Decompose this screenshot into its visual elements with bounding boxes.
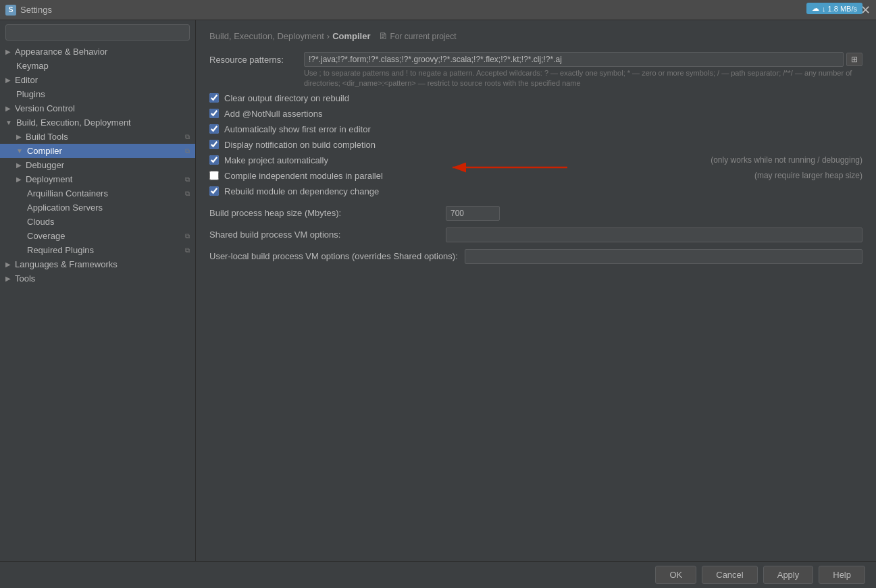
sidebar-item-required-plugins[interactable]: Required Plugins ⧉ <box>0 243 195 257</box>
checkbox-clear-output: Clear output directory on rebuild <box>209 93 862 103</box>
breadcrumb-path: Build, Execution, Deployment <box>209 31 324 41</box>
project-icon: 🖹 <box>379 31 388 41</box>
rebuild-dependency-checkbox[interactable] <box>209 186 219 196</box>
apply-button[interactable]: Apply <box>763 566 814 584</box>
sidebar-item-label: Build, Execution, Deployment <box>16 117 131 128</box>
sidebar-item-label: Arquillian Containers <box>27 188 108 198</box>
sidebar-item-editor[interactable]: ▶ Editor <box>0 73 195 87</box>
sidebar-item-languages-frameworks[interactable]: ▶ Languages & Frameworks <box>0 257 195 271</box>
resource-patterns-input[interactable] <box>304 52 844 67</box>
copy-icon: ⧉ <box>185 147 190 155</box>
display-notification-checkbox[interactable] <box>209 140 219 149</box>
chevron-down-icon: ▼ <box>5 119 12 126</box>
resource-hint: Use ; to separate patterns and ! to nega… <box>304 68 862 89</box>
sidebar-item-label: Compiler <box>27 146 62 156</box>
window-title: Settings <box>20 5 52 15</box>
sidebar-item-build-exec-deploy[interactable]: ▼ Build, Execution, Deployment <box>0 115 195 130</box>
checkbox-add-notnull: Add @NotNull assertions <box>209 109 862 119</box>
sidebar-item-label: Editor <box>15 75 38 85</box>
checkbox-compile-parallel: Compile independent modules in parallel … <box>209 171 862 181</box>
sidebar-item-label: Plugins <box>16 89 45 99</box>
sidebar-item-label: Debugger <box>26 160 64 170</box>
user-local-vm-input[interactable] <box>465 249 862 264</box>
shared-vm-input[interactable] <box>446 228 862 242</box>
user-local-vm-label: User-local build process VM options (ove… <box>209 251 458 261</box>
auto-show-error-label: Automatically show first error in editor <box>224 124 371 134</box>
copy-icon: ⧉ <box>185 176 190 184</box>
user-local-vm-row: User-local build process VM options (ove… <box>209 249 862 264</box>
resource-input-area: ⊞ Use ; to separate patterns and ! to ne… <box>304 52 862 89</box>
sidebar: ▶ Appearance & Behavior Keymap ▶ Editor … <box>0 20 196 561</box>
sidebar-item-app-servers[interactable]: Application Servers <box>0 201 195 215</box>
sidebar-item-label: Keymap <box>16 61 49 71</box>
add-notnull-label: Add @NotNull assertions <box>224 109 322 119</box>
heap-size-label: Build process heap size (Mbytes): <box>209 208 439 218</box>
chevron-right-icon: ▶ <box>16 161 22 169</box>
browse-button[interactable]: ⊞ <box>846 53 862 66</box>
chevron-right-icon: ▶ <box>5 48 11 55</box>
sidebar-item-label: Required Plugins <box>27 245 94 255</box>
sidebar-item-debugger[interactable]: ▶ Debugger <box>0 158 195 172</box>
app-icon: S <box>5 5 16 16</box>
chevron-right-icon: ▶ <box>5 105 11 112</box>
sidebar-item-label: Tools <box>15 273 35 284</box>
checkbox-auto-show-error: Automatically show first error in editor <box>209 124 862 134</box>
sidebar-item-tools[interactable]: ▶ Tools <box>0 271 195 286</box>
copy-icon: ⧉ <box>185 190 190 198</box>
sidebar-item-deployment[interactable]: ▶ Deployment ⧉ <box>0 172 195 186</box>
breadcrumb-separator: › <box>327 31 330 41</box>
copy-icon: ⧉ <box>185 232 190 240</box>
main-layout: ▶ Appearance & Behavior Keymap ▶ Editor … <box>0 20 876 561</box>
chevron-right-icon: ▶ <box>5 261 11 268</box>
chevron-right-icon: ▶ <box>16 176 22 183</box>
cancel-button[interactable]: Cancel <box>702 566 757 584</box>
sidebar-item-coverage[interactable]: Coverage ⧉ <box>0 229 195 243</box>
content-area: Build, Execution, Deployment › Compiler … <box>196 20 876 561</box>
sidebar-item-label: Languages & Frameworks <box>15 259 118 269</box>
resource-patterns-row: Resource patterns: ⊞ Use ; to separate p… <box>209 52 862 89</box>
make-auto-checkbox[interactable] <box>209 155 219 165</box>
for-project-label: For current project <box>390 32 457 41</box>
compile-parallel-checkbox[interactable] <box>209 171 219 180</box>
sidebar-item-clouds[interactable]: Clouds <box>0 215 195 229</box>
copy-icon: ⧉ <box>185 246 190 255</box>
make-auto-row-container: Make project automatically (only works w… <box>209 155 862 165</box>
sidebar-item-version-control[interactable]: ▶ Version Control <box>0 101 195 115</box>
sidebar-item-label: Application Servers <box>27 203 103 213</box>
shared-vm-row: Shared build process VM options: <box>209 228 862 242</box>
network-speed: ↓ 1.8 MB/s <box>822 5 857 13</box>
sidebar-item-arquillian[interactable]: Arquillian Containers ⧉ <box>0 186 195 201</box>
compile-parallel-note: (may require larger heap size) <box>754 171 862 180</box>
sidebar-item-build-tools[interactable]: ▶ Build Tools ⧉ <box>0 130 195 144</box>
rebuild-dependency-label: Rebuild module on dependency change <box>224 186 379 196</box>
network-icon: ☁ <box>812 4 819 13</box>
sidebar-item-label: Appearance & Behavior <box>15 47 107 57</box>
clear-output-label: Clear output directory on rebuild <box>224 93 349 103</box>
sidebar-item-label: Coverage <box>27 231 65 241</box>
add-notnull-checkbox[interactable] <box>209 109 219 118</box>
sidebar-item-label: Deployment <box>26 174 72 184</box>
chevron-right-icon: ▶ <box>16 133 22 140</box>
make-auto-note: (only works while not running / debuggin… <box>711 155 862 165</box>
bottom-bar: OK Cancel Apply Help <box>0 561 876 588</box>
chevron-right-icon: ▶ <box>5 76 11 84</box>
help-button[interactable]: Help <box>819 566 865 584</box>
sidebar-item-plugins[interactable]: Plugins <box>0 87 195 101</box>
checkbox-make-auto: Make project automatically (only works w… <box>209 155 862 165</box>
auto-show-error-checkbox[interactable] <box>209 124 219 134</box>
heap-size-input[interactable] <box>446 206 500 221</box>
sidebar-item-label: Version Control <box>15 103 75 113</box>
sidebar-item-label: Build Tools <box>26 132 68 142</box>
display-notification-label: Display notification on build completion <box>224 140 376 150</box>
network-badge: ☁ ↓ 1.8 MB/s <box>806 3 862 14</box>
copy-icon: ⧉ <box>185 133 190 141</box>
sidebar-item-compiler[interactable]: ▼ Compiler ⧉ <box>0 144 195 158</box>
search-input[interactable] <box>5 24 190 41</box>
title-bar: S Settings ☁ ↓ 1.8 MB/s ✕ <box>0 0 876 20</box>
chevron-down-icon: ▼ <box>16 147 23 155</box>
ok-button[interactable]: OK <box>655 566 696 584</box>
sidebar-item-appearance[interactable]: ▶ Appearance & Behavior <box>0 45 195 59</box>
clear-output-checkbox[interactable] <box>209 93 219 103</box>
checkbox-rebuild-dependency: Rebuild module on dependency change <box>209 186 862 196</box>
sidebar-item-keymap[interactable]: Keymap <box>0 59 195 73</box>
